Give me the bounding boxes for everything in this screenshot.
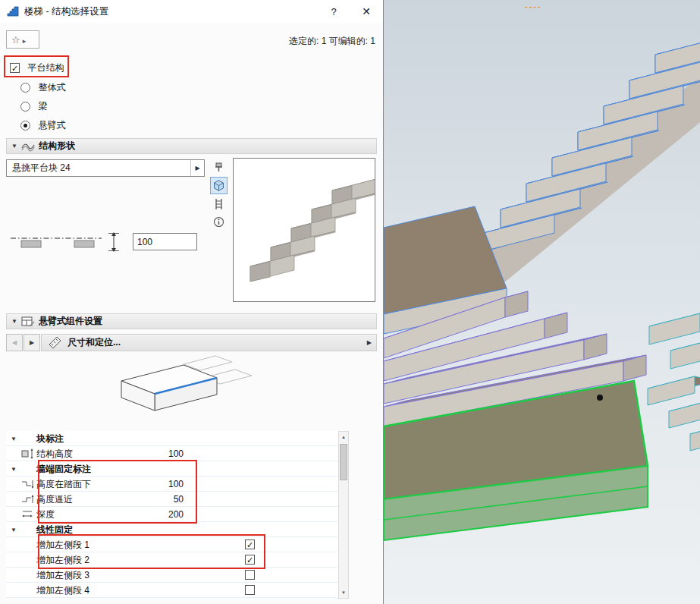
shape-icon (20, 140, 36, 153)
collapse-icon[interactable]: ▼ (11, 143, 20, 149)
row-label: 增加左侧段 3 (36, 568, 89, 583)
row-label: 高度在踏面下 (36, 477, 91, 492)
table-row[interactable]: 深度 200 (6, 507, 338, 522)
row-value[interactable]: 100 (141, 446, 184, 461)
table-row[interactable]: 结构高度 100 (6, 446, 338, 461)
row-checkbox[interactable]: ✓ (245, 540, 255, 549)
chevron-right-icon: ▸ (23, 37, 27, 45)
table-row-group[interactable]: ▼ 线性固定 (6, 522, 338, 537)
table-row[interactable]: 增加左侧段 2 ✓ (6, 552, 338, 568)
table-row-group[interactable]: ▼ 墙端固定标注 (6, 461, 338, 477)
radio-label: 梁 (38, 101, 47, 112)
row-label: 墙端固定标注 (36, 461, 91, 477)
selection-info: 选定的: 1 可编辑的: 1 (289, 35, 375, 48)
profile-dropdown-value: 悬挑平台块 24 (12, 160, 71, 176)
dimensions-icon (48, 337, 63, 349)
component-sketch (99, 352, 258, 428)
pin-button[interactable] (210, 159, 228, 176)
preview-mode-buttons (210, 159, 228, 231)
ladder-icon (213, 198, 224, 210)
next-component-button[interactable]: ▶ (24, 334, 40, 351)
scrollbar-thumb[interactable] (340, 444, 347, 480)
star-icon: ☆ (11, 34, 20, 46)
scroll-up-icon[interactable]: ▲ (339, 432, 348, 442)
app-window: 楼梯 - 结构选择设置 ? ✕ ☆▸ 选定的: 1 可编辑的: 1 ✓ 平台结构… (0, 0, 700, 604)
profile-dropdown[interactable]: 悬挑平台块 24 ▶ (6, 159, 205, 177)
component-settings-icon (20, 316, 36, 328)
structure-height-icon (21, 448, 34, 459)
edit-node-dot[interactable] (597, 395, 603, 401)
checkbox-label: 平台结构 (27, 62, 64, 73)
row-checkbox[interactable] (245, 585, 255, 595)
panel-title: 尺寸和定位... (67, 336, 121, 349)
pin-icon (213, 162, 224, 173)
radio-monolithic[interactable]: 整体式 (20, 80, 65, 94)
checkbox-box[interactable]: ✓ (10, 63, 20, 73)
row-label: 增加左侧段 1 (36, 537, 89, 552)
stair-dialog-icon (7, 5, 19, 17)
platform-thickness-diagram (9, 231, 123, 253)
prev-component-button[interactable]: ◀ (6, 334, 23, 351)
parameters-table: ▼ 块标注 结构高度 100 ▼ 墙端固定标注 (6, 431, 338, 598)
dialog-title: 楼梯 - 结构选择设置 (24, 0, 108, 23)
collapse-icon[interactable]: ▼ (11, 318, 20, 325)
row-label: 深度 (36, 507, 55, 522)
chevron-right-icon[interactable]: ▶ (367, 339, 372, 346)
section-structure-shape[interactable]: ▼ 结构形状 (6, 138, 377, 154)
row-label: 增加左侧段 2 (36, 552, 89, 568)
section-view-button[interactable] (210, 195, 228, 212)
lower-flight[interactable] (648, 313, 700, 451)
row-checkbox[interactable] (245, 570, 255, 580)
collapse-icon[interactable]: ▼ (11, 527, 20, 533)
table-scrollbar[interactable]: ▲ ▼ (338, 431, 349, 599)
dialog-titlebar[interactable]: 楼梯 - 结构选择设置 ? ✕ (0, 0, 383, 23)
radio-button-selected[interactable] (20, 121, 30, 131)
height-below-tread-icon (21, 479, 34, 489)
dimensions-panel-bar[interactable]: 尺寸和定位... ▶ (41, 334, 377, 351)
height-approach-icon (21, 494, 34, 505)
info-icon (213, 216, 224, 228)
stair-settings-dialog: 楼梯 - 结构选择设置 ? ✕ ☆▸ 选定的: 1 可编辑的: 1 ✓ 平台结构… (0, 0, 384, 604)
table-row[interactable]: 增加左侧段 3 (6, 568, 338, 583)
radio-label: 整体式 (38, 82, 65, 93)
table-row[interactable]: 增加左侧段 1 ✓ (6, 537, 338, 552)
radio-label: 悬臂式 (38, 120, 65, 131)
3d-viewport[interactable]: ---- (384, 0, 700, 604)
row-value[interactable]: 50 (141, 492, 184, 507)
section-title: 悬臂式组件设置 (39, 315, 102, 328)
thickness-input[interactable] (133, 233, 197, 250)
scroll-down-icon[interactable]: ▼ (339, 587, 348, 598)
row-label: 增加左侧段 4 (36, 583, 89, 598)
preview-stairs-render (234, 159, 375, 301)
close-button[interactable]: ✕ (355, 2, 378, 20)
view-3d-button[interactable] (210, 177, 228, 194)
chevron-right-icon[interactable]: ▶ (190, 160, 204, 176)
row-label: 结构高度 (36, 446, 73, 461)
table-row[interactable]: 高度在踏面下 100 (6, 477, 338, 492)
radio-cantilever[interactable]: 悬臂式 (20, 118, 65, 132)
row-label: 线性固定 (36, 522, 73, 537)
cube-3d-icon (212, 179, 225, 192)
table-row[interactable]: 增加左侧段 4 (6, 583, 338, 598)
row-checkbox[interactable]: ✓ (245, 555, 255, 565)
depth-icon (21, 509, 34, 520)
radio-button[interactable] (20, 102, 30, 112)
structure-preview (233, 158, 375, 302)
info-button[interactable] (210, 213, 228, 231)
favorites-button[interactable]: ☆▸ (6, 30, 39, 49)
help-button[interactable]: ? (322, 2, 345, 20)
radio-button[interactable] (20, 83, 30, 93)
row-label: 高度逼近 (36, 492, 73, 507)
section-title: 结构形状 (39, 140, 75, 153)
table-row[interactable]: 高度逼近 50 (6, 492, 338, 507)
collapse-icon[interactable]: ▼ (11, 436, 20, 442)
section-cantilever-components[interactable]: ▼ 悬臂式组件设置 (6, 313, 377, 329)
radio-beam[interactable]: 梁 (20, 99, 47, 113)
row-value[interactable]: 100 (141, 477, 184, 492)
collapse-icon[interactable]: ▼ (11, 466, 20, 473)
row-value[interactable]: 200 (141, 507, 184, 522)
stairs-3d-render[interactable] (384, 0, 700, 604)
row-label: 块标注 (36, 431, 64, 446)
table-row-group[interactable]: ▼ 块标注 (6, 431, 338, 446)
platform-structure-checkbox[interactable]: ✓ 平台结构 (10, 61, 64, 73)
